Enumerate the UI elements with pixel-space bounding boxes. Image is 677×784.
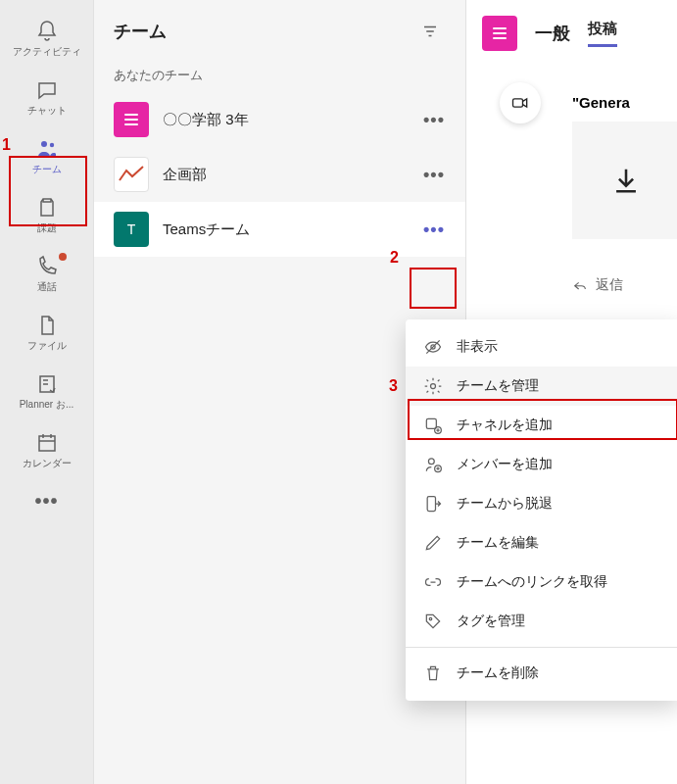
team-more-button[interactable]: ••• — [418, 214, 450, 245]
menu-label: 非表示 — [457, 338, 498, 356]
rail-label: チャット — [27, 104, 67, 118]
message-title: "Genera — [572, 94, 630, 111]
menu-leave-team[interactable]: チームから脱退 — [406, 484, 677, 523]
team-context-menu: 非表示 チームを管理 チャネルを追加 メンバーを追加 チームから脱退 チームを編… — [406, 319, 677, 701]
planner-icon — [35, 372, 59, 396]
gear-icon — [423, 376, 443, 396]
team-row[interactable]: 〇〇学部 3年 ••• — [94, 92, 465, 147]
team-more-button[interactable]: ••• — [418, 104, 450, 135]
svg-point-12 — [429, 617, 432, 620]
rail-label: Planner お... — [20, 398, 74, 412]
chat-icon — [35, 78, 59, 102]
filter-button[interactable] — [418, 20, 442, 43]
annotation-label-2: 2 — [390, 249, 399, 267]
tab-posts[interactable]: 投稿 — [588, 20, 617, 47]
link-icon — [423, 572, 443, 592]
edit-icon — [423, 533, 443, 553]
svg-point-6 — [431, 384, 436, 389]
menu-edit-team[interactable]: チームを編集 — [406, 523, 677, 563]
notification-badge — [59, 253, 67, 261]
team-avatar — [114, 157, 149, 192]
menu-add-member[interactable]: メンバーを追加 — [406, 445, 677, 484]
rail-chat[interactable]: チャット — [8, 71, 86, 125]
rail-label: アクティビティ — [13, 45, 81, 59]
menu-label: チームへのリンクを取得 — [457, 573, 607, 591]
list-icon — [493, 27, 507, 39]
meet-button[interactable] — [500, 82, 541, 123]
app-rail: アクティビティ チャット チーム 課題 通話 ファイル Planner お... — [0, 0, 94, 784]
menu-label: チャネルを追加 — [457, 416, 553, 434]
svg-point-1 — [49, 143, 53, 147]
team-row[interactable]: 企画部 ••• — [94, 147, 465, 202]
menu-add-channel[interactable]: チャネルを追加 — [406, 406, 677, 445]
channel-add-icon — [423, 416, 443, 435]
reply-button[interactable]: 返信 — [572, 276, 623, 294]
filter-icon — [421, 23, 439, 40]
menu-manage-tags[interactable]: タグを管理 — [406, 602, 677, 641]
annotation-label-1: 1 — [2, 136, 11, 154]
menu-hide[interactable]: 非表示 — [406, 327, 677, 367]
svg-point-0 — [41, 141, 47, 147]
trash-icon — [423, 663, 443, 683]
svg-point-9 — [428, 459, 434, 465]
channel-title: 一般 — [535, 22, 570, 45]
menu-label: チームを編集 — [457, 534, 539, 552]
chart-icon — [119, 165, 144, 184]
tag-icon — [423, 612, 443, 631]
calendar-icon — [35, 431, 59, 455]
assignments-icon — [35, 196, 59, 220]
svg-rect-3 — [39, 436, 55, 451]
files-icon — [35, 314, 59, 337]
rail-calendar[interactable]: カレンダー — [8, 423, 86, 478]
reply-label: 返信 — [596, 276, 623, 294]
menu-label: メンバーを追加 — [457, 456, 553, 473]
svg-rect-7 — [426, 418, 436, 428]
eye-off-icon — [423, 337, 443, 357]
rail-calls[interactable]: 通話 — [8, 247, 86, 302]
menu-delete-team[interactable]: チームを削除 — [406, 654, 677, 693]
team-name: Teamsチーム — [163, 220, 405, 239]
rail-files[interactable]: ファイル — [8, 306, 86, 361]
team-name: 企画部 — [163, 166, 405, 184]
rail-teams[interactable]: チーム — [8, 129, 86, 184]
menu-get-link[interactable]: チームへのリンクを取得 — [406, 563, 677, 602]
team-more-button[interactable]: ••• — [418, 159, 450, 190]
reply-icon — [572, 277, 588, 293]
menu-label: チームから脱退 — [457, 495, 553, 513]
rail-assignments[interactable]: 課題 — [8, 188, 86, 243]
member-add-icon — [423, 455, 443, 474]
attachment-box[interactable] — [572, 122, 677, 239]
leave-icon — [423, 494, 443, 514]
list-icon — [124, 114, 138, 125]
rail-label: カレンダー — [23, 457, 72, 470]
rail-more[interactable]: ••• — [34, 490, 58, 513]
section-label: あなたのチーム — [94, 63, 465, 92]
video-icon — [510, 93, 530, 113]
menu-label: チームを削除 — [457, 664, 539, 682]
team-row[interactable]: T Teamsチーム ••• — [94, 202, 465, 257]
team-name: 〇〇学部 3年 — [163, 111, 405, 129]
phone-icon — [35, 255, 59, 278]
team-avatar — [114, 102, 149, 137]
menu-manage-team[interactable]: チームを管理 — [406, 367, 677, 406]
rail-planner[interactable]: Planner お... — [8, 365, 86, 419]
rail-label: 課題 — [37, 221, 57, 235]
menu-label: タグを管理 — [457, 612, 525, 630]
rail-label: チーム — [32, 163, 62, 176]
bell-icon — [35, 20, 59, 43]
rail-label: 通話 — [37, 280, 57, 294]
team-avatar: T — [114, 212, 149, 247]
svg-rect-11 — [427, 497, 435, 512]
menu-label: チームを管理 — [457, 377, 539, 395]
panel-title: チーム — [114, 20, 167, 43]
teams-icon — [35, 137, 59, 161]
svg-rect-4 — [513, 99, 523, 107]
rail-label: ファイル — [27, 339, 67, 353]
menu-separator — [406, 647, 677, 648]
channel-avatar — [482, 16, 517, 51]
download-icon — [609, 164, 643, 197]
rail-activity[interactable]: アクティビティ — [8, 12, 86, 67]
annotation-label-3: 3 — [389, 377, 398, 395]
